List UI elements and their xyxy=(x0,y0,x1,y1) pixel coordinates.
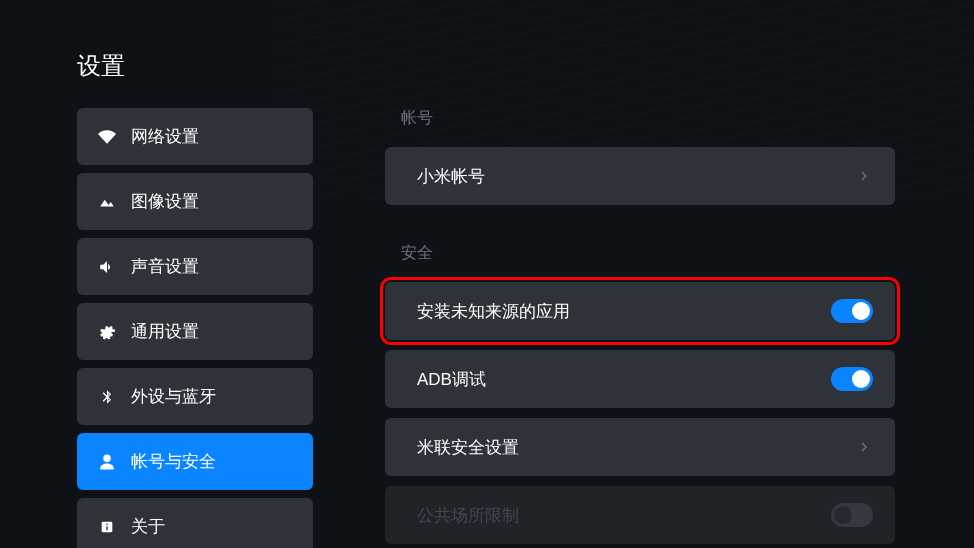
toggle-knob xyxy=(852,370,870,388)
info-icon xyxy=(97,517,117,537)
sidebar-nav: 网络设置 图像设置 声音设置 通用设置 外设与蓝牙 帐号与安全 xyxy=(77,108,313,548)
chevron-right-icon xyxy=(855,438,873,456)
sidebar-item-display[interactable]: 图像设置 xyxy=(77,173,313,230)
sidebar-item-label: 图像设置 xyxy=(131,190,199,213)
toggle-knob xyxy=(852,302,870,320)
sidebar-item-bluetooth[interactable]: 外设与蓝牙 xyxy=(77,368,313,425)
row-xiaomi-account[interactable]: 小米帐号 xyxy=(385,147,895,205)
section-header-account: 帐号 xyxy=(385,108,895,129)
svg-rect-2 xyxy=(106,526,107,530)
row-label: ADB调试 xyxy=(417,368,486,391)
sidebar-item-label: 外设与蓝牙 xyxy=(131,385,216,408)
row-label: 安装未知来源的应用 xyxy=(417,300,570,323)
page-title: 设置 xyxy=(77,50,125,82)
toggle-unknown-sources[interactable] xyxy=(831,299,873,323)
sound-icon xyxy=(97,257,117,277)
row-label: 小米帐号 xyxy=(417,165,485,188)
sidebar-item-general[interactable]: 通用设置 xyxy=(77,303,313,360)
toggle-public-place-limit xyxy=(831,503,873,527)
gear-icon xyxy=(97,322,117,342)
settings-content: 帐号 小米帐号 安全 安装未知来源的应用 ADB调试 米联安全设置 公共场所限制 xyxy=(385,108,895,548)
chevron-right-icon xyxy=(855,167,873,185)
row-label: 米联安全设置 xyxy=(417,436,519,459)
sidebar-item-network[interactable]: 网络设置 xyxy=(77,108,313,165)
row-public-place-limit: 公共场所限制 xyxy=(385,486,895,544)
row-milink-security[interactable]: 米联安全设置 xyxy=(385,418,895,476)
bluetooth-icon xyxy=(97,387,117,407)
row-label: 公共场所限制 xyxy=(417,504,519,527)
sidebar-item-label: 网络设置 xyxy=(131,125,199,148)
row-adb-debug[interactable]: ADB调试 xyxy=(385,350,895,408)
svg-rect-1 xyxy=(106,523,107,524)
image-icon xyxy=(97,192,117,212)
sidebar-item-sound[interactable]: 声音设置 xyxy=(77,238,313,295)
row-unknown-sources[interactable]: 安装未知来源的应用 xyxy=(385,282,895,340)
sidebar-item-about[interactable]: 关于 xyxy=(77,498,313,548)
toggle-knob xyxy=(834,506,852,524)
sidebar-item-label: 声音设置 xyxy=(131,255,199,278)
person-icon xyxy=(97,452,117,472)
sidebar-item-account-security[interactable]: 帐号与安全 xyxy=(77,433,313,490)
wifi-icon xyxy=(97,127,117,147)
sidebar-item-label: 帐号与安全 xyxy=(131,450,216,473)
sidebar-item-label: 通用设置 xyxy=(131,320,199,343)
section-header-security: 安全 xyxy=(385,243,895,264)
toggle-adb-debug[interactable] xyxy=(831,367,873,391)
sidebar-item-label: 关于 xyxy=(131,515,165,538)
